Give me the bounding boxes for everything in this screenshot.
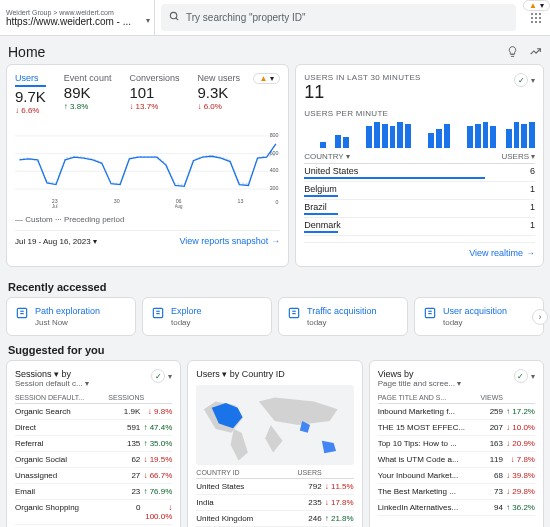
metric-conversions[interactable]: Conversions101↓ 13.7% xyxy=(129,73,179,115)
chevron-down-icon: ▾ xyxy=(146,16,150,25)
realtime-value: 11 xyxy=(304,82,420,103)
realtime-label: USERS IN LAST 30 MINUTES xyxy=(304,73,420,82)
table-row[interactable]: United States6 xyxy=(304,164,535,182)
col-header: SESSION DEFAULT... xyxy=(15,394,108,401)
col-header: SESSIONS xyxy=(108,394,140,401)
table-row[interactable]: LinkedIn Alternatives...94↑ 36.2% xyxy=(378,500,535,516)
recent-card[interactable]: User acquisitiontoday xyxy=(414,297,544,336)
col-header: USERS xyxy=(290,469,322,476)
svg-point-3 xyxy=(535,13,537,15)
svg-point-0 xyxy=(170,12,176,18)
users-metric-selector[interactable]: Users ▾ by Country ID xyxy=(196,369,285,379)
svg-text:13: 13 xyxy=(238,198,244,204)
svg-point-4 xyxy=(539,13,541,15)
date-range-selector[interactable]: Jul 19 - Aug 16, 2023 ▾ xyxy=(15,237,97,246)
views-dim-selector[interactable]: Page title and scree... ▾ xyxy=(378,379,461,388)
breadcrumb: Weidert Group > www.weidert.com xyxy=(6,9,148,16)
sessions-card: Sessions ▾ by Session default c... ▾ ✓▾ … xyxy=(6,360,181,527)
svg-text:30: 30 xyxy=(114,198,120,204)
report-icon xyxy=(15,306,29,320)
lightbulb-icon[interactable] xyxy=(506,45,519,60)
realtime-card: USERS IN LAST 30 MINUTES 11 ✓ ▾ USERS PE… xyxy=(295,64,544,267)
table-row[interactable]: Your Inbound Market...68↓ 39.8% xyxy=(378,468,535,484)
table-row[interactable]: Belgium1 xyxy=(304,182,535,200)
views-card: Views by Page title and scree... ▾ ✓▾ PA… xyxy=(369,360,544,527)
warning-badge[interactable]: ▲▾ xyxy=(253,73,280,84)
metric-new-users[interactable]: New users9.3K↓ 6.0% xyxy=(197,73,240,115)
svg-text:400: 400 xyxy=(270,167,279,173)
table-row[interactable]: Inbound Marketing f...259↑ 17.2% xyxy=(378,404,535,420)
svg-point-10 xyxy=(539,21,541,23)
svg-text:0: 0 xyxy=(276,199,279,205)
table-row[interactable]: Referral135↑ 35.0% xyxy=(15,436,172,452)
sessions-dim-selector[interactable]: Session default c... ▾ xyxy=(15,379,89,388)
svg-text:23: 23 xyxy=(52,198,58,204)
svg-text:800: 800 xyxy=(270,132,279,138)
svg-point-8 xyxy=(531,21,533,23)
users-col[interactable]: USERS ▾ xyxy=(501,152,535,161)
world-map xyxy=(196,385,353,465)
upm-label: USERS PER MINUTE xyxy=(304,109,535,118)
table-row[interactable]: Unassigned27↓ 66.7% xyxy=(15,468,172,484)
views-title: Views by xyxy=(378,369,461,379)
users-line-chart: 800 600 400 200 0 23 Jul 30 06 Aug 13 xyxy=(15,121,280,211)
sessions-metric-selector[interactable]: Sessions ▾ by xyxy=(15,369,89,379)
table-row[interactable]: Direct591↑ 47.4% xyxy=(15,420,172,436)
table-row[interactable]: Brazil1 xyxy=(304,200,535,218)
report-icon xyxy=(423,306,437,320)
svg-point-7 xyxy=(539,17,541,19)
search-placeholder: Try searching "property ID" xyxy=(186,12,306,23)
view-reports-link[interactable]: View reports snapshot → xyxy=(179,236,280,246)
table-row[interactable]: What is UTM Code a...119↓ 7.8% xyxy=(378,452,535,468)
users-per-minute-bars xyxy=(304,122,535,148)
recent-card[interactable]: Exploretoday xyxy=(142,297,272,336)
table-row[interactable]: Email23↑ 76.9% xyxy=(15,484,172,500)
table-row[interactable]: Organic Social62↓ 19.5% xyxy=(15,452,172,468)
recently-accessed-title: Recently accessed xyxy=(0,273,550,297)
search-input[interactable]: Try searching "property ID" xyxy=(161,4,516,31)
svg-point-9 xyxy=(535,21,537,23)
property-selector[interactable]: Weidert Group > www.weidert.com https://… xyxy=(0,0,155,35)
table-row[interactable]: Organic Shopping0↓ 100.0% xyxy=(15,500,172,525)
table-row[interactable]: United States792↓ 11.5% xyxy=(196,479,353,495)
chevron-down-icon[interactable]: ▾ xyxy=(531,372,535,381)
chevron-down-icon[interactable]: ▾ xyxy=(168,372,172,381)
metric-users[interactable]: Users9.7K↓ 6.6% xyxy=(15,73,46,115)
svg-text:Jul: Jul xyxy=(52,204,58,209)
check-icon: ✓ xyxy=(514,73,528,87)
trend-icon[interactable] xyxy=(529,45,542,60)
users-by-country-card: Users ▾ by Country ID ▲▾ COUNTRY IDUSERS… xyxy=(187,360,362,527)
svg-line-1 xyxy=(176,18,178,20)
col-header: COUNTRY ID xyxy=(196,469,289,476)
svg-point-2 xyxy=(531,13,533,15)
table-row[interactable]: India235↓ 17.8% xyxy=(196,495,353,511)
home-header: Home xyxy=(0,36,550,64)
report-icon xyxy=(151,306,165,320)
svg-text:06: 06 xyxy=(176,198,182,204)
warning-badge[interactable]: ▲▾ xyxy=(523,0,550,11)
col-header: PAGE TITLE AND S... xyxy=(378,394,471,401)
report-icon xyxy=(287,306,301,320)
scroll-right-button[interactable]: › xyxy=(532,309,548,325)
page-title: Home xyxy=(8,44,45,60)
table-row[interactable]: Denmark1 xyxy=(304,218,535,236)
table-row[interactable]: The Best Marketing ...73↓ 29.8% xyxy=(378,484,535,500)
table-row[interactable]: THE 15 MOST EFFEC...207↓ 10.0% xyxy=(378,420,535,436)
search-icon xyxy=(169,11,180,24)
svg-text:Aug: Aug xyxy=(175,204,183,209)
col-header: VIEWS xyxy=(471,394,503,401)
chevron-down-icon[interactable]: ▾ xyxy=(531,76,535,85)
view-realtime-link[interactable]: View realtime → xyxy=(469,248,535,258)
top-bar: Weidert Group > www.weidert.com https://… xyxy=(0,0,550,36)
table-row[interactable]: Organic Search1.9K↓ 9.8% xyxy=(15,404,172,420)
table-row[interactable]: Top 10 Tips: How to ...163↓ 20.9% xyxy=(378,436,535,452)
metric-event-count[interactable]: Event count89K↑ 3.8% xyxy=(64,73,112,115)
svg-point-6 xyxy=(535,17,537,19)
address-title: https://www.weidert.com - ... xyxy=(6,16,148,27)
overview-card: Users9.7K↓ 6.6%Event count89K↑ 3.8%Conve… xyxy=(6,64,289,267)
table-row[interactable]: United Kingdom246↑ 21.8% xyxy=(196,511,353,527)
recent-card[interactable]: Path explorationJust Now xyxy=(6,297,136,336)
country-col[interactable]: COUNTRY ▾ xyxy=(304,152,349,161)
svg-text:200: 200 xyxy=(270,185,279,191)
recent-card[interactable]: Traffic acquisitiontoday xyxy=(278,297,408,336)
